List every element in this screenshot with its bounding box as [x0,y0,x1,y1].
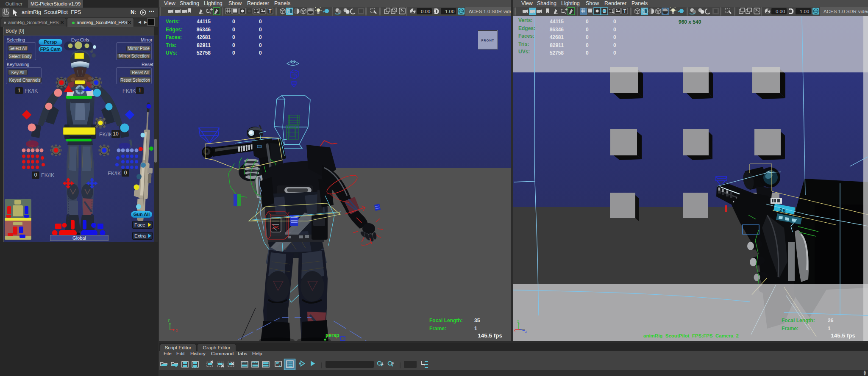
svg-text:ON: ON [459,10,463,13]
svg-text:960 x 540: 960 x 540 [679,19,701,25]
svg-text:T: T [623,8,626,14]
svg-text:FRONT: FRONT [481,39,495,42]
svg-text:1.00: 1.00 [800,9,809,14]
svg-text:y: y [517,318,519,323]
svg-text:0.00: 0.00 [776,9,785,14]
svg-text:1.00: 1.00 [445,9,454,14]
svg-text:y: y [168,318,170,322]
svg-text:z: z [525,329,527,333]
svg-text:ON: ON [814,10,818,13]
svg-text:T: T [269,8,272,14]
svg-text:ACES 1.0 SDR-video (s: ACES 1.0 SDR-video (s [823,9,868,14]
svg-text:ACES 1.0 SDR-video (s: ACES 1.0 SDR-video (s [469,9,511,14]
svg-text:x: x [176,328,178,332]
svg-text:0.00: 0.00 [421,9,430,14]
svg-text:x: x [514,328,516,332]
